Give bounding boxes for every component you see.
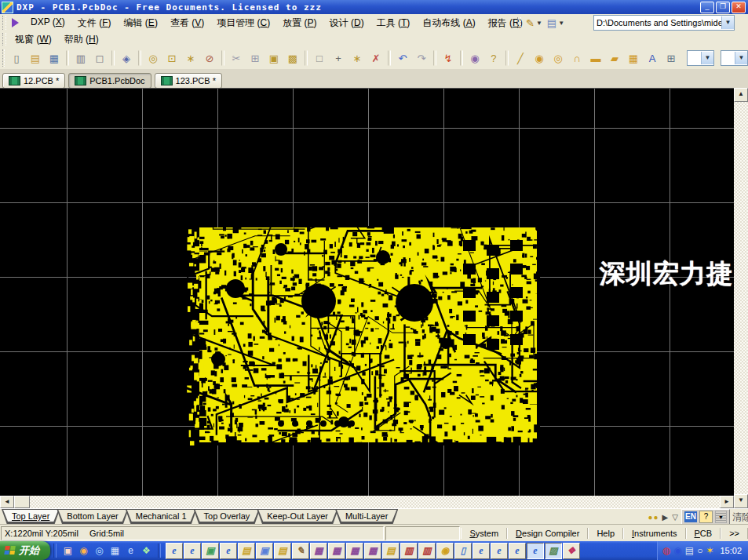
- task-app[interactable]: ▦: [310, 543, 327, 559]
- move-selection-icon[interactable]: +: [330, 49, 347, 67]
- browse-layers-icon[interactable]: ◈: [118, 49, 135, 67]
- panel-more[interactable]: >>: [721, 528, 748, 539]
- pcb-artwork[interactable]: [187, 226, 540, 445]
- task-jester[interactable]: ❖: [563, 543, 580, 559]
- menu-item[interactable]: 视窗 (W): [9, 31, 58, 48]
- paste-array-icon[interactable]: ▩: [284, 49, 301, 67]
- open-document-icon[interactable]: ▤: [27, 49, 44, 67]
- media-player-icon[interactable]: ◉: [77, 544, 90, 558]
- menu-item[interactable]: 项目管理 (C): [210, 15, 276, 31]
- task-app[interactable]: ▦: [364, 543, 381, 559]
- place-string-icon[interactable]: A: [644, 49, 661, 67]
- select-area-icon[interactable]: □: [311, 49, 328, 67]
- print-preview-icon[interactable]: ◻: [91, 49, 108, 67]
- task-ie[interactable]: e: [184, 543, 201, 559]
- layer-tab[interactable]: Keep-Out Layer: [257, 509, 338, 525]
- component-combobox[interactable]: ▼: [687, 50, 714, 66]
- toolbar-icon[interactable]: [505, 50, 509, 66]
- scroll-left-icon[interactable]: ◄: [0, 496, 14, 508]
- path-combobox[interactable]: D:\Documents and Settings\midea\桌面 ▼: [593, 15, 735, 31]
- horizontal-scrollbar[interactable]: ◄ ►: [0, 496, 734, 508]
- toolbar-icon[interactable]: [66, 50, 69, 66]
- menu-item[interactable]: 自动布线 (A): [416, 15, 481, 31]
- place-fill-icon[interactable]: ▬: [587, 49, 604, 67]
- new-document-icon[interactable]: ▯: [8, 49, 25, 67]
- dxp-icon[interactable]: [10, 17, 23, 28]
- place-pad-icon[interactable]: ◉: [531, 49, 548, 67]
- task-folder[interactable]: ▤: [238, 543, 255, 559]
- select-points-icon[interactable]: ∗: [348, 49, 366, 67]
- task-folder-up[interactable]: ▤: [274, 543, 291, 559]
- layer-tab[interactable]: Top Overlay: [194, 509, 261, 525]
- task-ie[interactable]: e: [509, 543, 526, 559]
- place-component-icon[interactable]: ⊞: [662, 49, 680, 67]
- find-similar-icon[interactable]: ◉: [466, 49, 483, 67]
- zoom-document-icon[interactable]: ◎: [144, 49, 162, 67]
- zoom-selection-icon[interactable]: ∗: [182, 49, 199, 67]
- task-notebook[interactable]: ▯: [454, 543, 472, 559]
- task-ie[interactable]: e: [527, 543, 544, 559]
- document-tab[interactable]: 123.PCB *: [155, 73, 222, 89]
- menu-item[interactable]: 设计 (D): [323, 15, 370, 31]
- audio-wave-icon[interactable]: ◉: [673, 546, 681, 555]
- menu-item[interactable]: 查看 (V): [164, 15, 210, 31]
- bulb-icon[interactable]: ○: [697, 546, 702, 555]
- messenger-icon[interactable]: ◎: [93, 544, 106, 558]
- panel-help[interactable]: Help: [588, 528, 623, 539]
- play-icon[interactable]: ▶: [662, 513, 670, 522]
- layer-tab[interactable]: Bottom Layer: [57, 509, 128, 525]
- transform-tool-icon[interactable]: ✎▼: [524, 16, 545, 30]
- show-desktop-icon[interactable]: ▣: [61, 544, 75, 558]
- task-app[interactable]: ▦: [346, 543, 363, 559]
- toolbar-icon[interactable]: [138, 50, 141, 66]
- task-ie[interactable]: e: [491, 543, 508, 559]
- paste-icon[interactable]: ▣: [265, 49, 283, 67]
- panel-system[interactable]: System: [461, 528, 507, 539]
- task-wallet[interactable]: ▨: [545, 543, 562, 559]
- place-polygon-icon[interactable]: ▰: [606, 49, 623, 67]
- help-icon[interactable]: ?: [485, 49, 502, 67]
- task-app[interactable]: ▦: [328, 543, 345, 559]
- menu-item[interactable]: DXP (X): [24, 15, 71, 31]
- copy-icon[interactable]: ⊞: [246, 49, 264, 67]
- panel-design-compiler[interactable]: Design Compiler: [507, 528, 588, 539]
- toolbar-icon[interactable]: [388, 50, 391, 66]
- layer-tab[interactable]: Multi-Layer: [335, 509, 398, 525]
- task-recycle[interactable]: ▣: [202, 543, 219, 559]
- antivirus-icon[interactable]: ◍: [662, 546, 670, 555]
- toolbar-grip[interactable]: [2, 49, 5, 67]
- task-ie[interactable]: e: [473, 543, 490, 559]
- restore-button[interactable]: ❐: [716, 2, 730, 13]
- print-icon[interactable]: ▥: [72, 49, 89, 67]
- vertical-scrollbar[interactable]: ▲ ▼: [734, 88, 748, 508]
- close-button[interactable]: ✕: [732, 2, 746, 13]
- menu-item[interactable]: 编辑 (E): [118, 15, 164, 31]
- scroll-right-icon[interactable]: ►: [720, 496, 734, 508]
- filter-icon[interactable]: ▽: [671, 513, 679, 522]
- report-tool-icon[interactable]: ▤▼: [545, 16, 567, 30]
- interactive-routing-icon[interactable]: ↯: [440, 49, 457, 67]
- task-folder[interactable]: ▤: [382, 543, 400, 559]
- scrollbar-thumb[interactable]: [14, 496, 30, 508]
- layer-tab[interactable]: Mechanical 1: [126, 509, 197, 525]
- task-books[interactable]: ▥: [418, 543, 436, 559]
- place-arc-icon[interactable]: ∩: [568, 49, 586, 67]
- toolbar-icon[interactable]: [221, 50, 224, 66]
- toolbar-icon[interactable]: [433, 50, 436, 66]
- task-books[interactable]: ▥: [400, 543, 418, 559]
- toolbar-grip[interactable]: [517, 17, 521, 28]
- toolbar-icon[interactable]: [460, 50, 463, 66]
- zoom-clear-icon[interactable]: ⊘: [201, 49, 218, 67]
- undo-icon[interactable]: ↶: [394, 49, 411, 67]
- windows-logo-icon[interactable]: ❖: [140, 544, 153, 558]
- scroll-down-icon[interactable]: ▼: [734, 494, 748, 508]
- menu-item[interactable]: 帮助 (H): [58, 31, 105, 48]
- combo-arrow-icon[interactable]: ▼: [721, 16, 734, 29]
- place-via-icon[interactable]: ◎: [549, 49, 567, 67]
- input-method-icon[interactable]: ▦: [108, 544, 122, 558]
- place-line-icon[interactable]: ╱: [512, 49, 529, 67]
- network-icon[interactable]: ▤: [685, 546, 694, 555]
- combo-arrow-icon[interactable]: ▼: [735, 52, 747, 64]
- toolbar-grip[interactable]: [2, 16, 6, 30]
- cut-icon[interactable]: ✂: [228, 49, 245, 67]
